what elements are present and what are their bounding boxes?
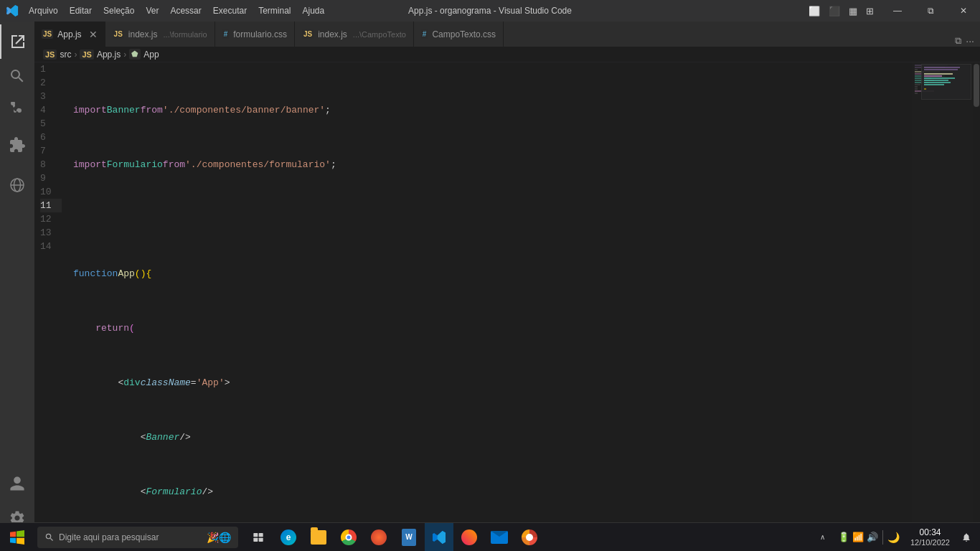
activity-remote[interactable] [0,168,34,202]
ln11: 11 [40,199,62,212]
breadcrumb-app[interactable]: App [143,50,159,60]
notification-button[interactable] [956,523,977,552]
breadcrumb: JS src › JS App.js › ⬟ App [34,47,980,62]
tab-index-campotexto[interactable]: JS index.js ...\CampoTexto [295,22,414,47]
tab-name-index-formulario: index.js [128,29,158,39]
ln4: 4 [40,103,62,117]
tab-close-app-js[interactable]: ✕ [89,29,98,40]
layout-icon-4[interactable]: ⊞ [863,6,877,17]
tab-name-campotexto-css: CampoTexto.css [432,29,496,39]
activity-explorer[interactable] [0,24,34,59]
code-line-3 [73,212,912,226]
system-tray: ∧ 🔋 📶 🔊 🌙 00:34 12/10/2022 [812,523,980,552]
more-tabs-icon[interactable]: ··· [966,35,974,47]
layout-icon-3[interactable]: ▦ [846,6,860,17]
tray-moon[interactable]: 🌙 [883,523,905,552]
titlebar-left: Arquivo Editar Seleção Ver Acessar Execu… [0,4,330,17]
menu-arquivo[interactable]: Arquivo [23,6,64,16]
tab-suffix-2: ...\CampoTexto [353,30,406,39]
app3-icon [461,529,477,545]
tab-js-icon-3: JS [302,29,314,39]
vertical-scrollbar[interactable] [973,62,980,535]
menu-ver[interactable]: Ver [140,6,164,16]
tray-volume-icon[interactable]: 🔊 [867,532,878,542]
menu-terminal[interactable]: Terminal [253,6,296,16]
editor-area: JS App.js ✕ JS index.js ...\formulario #… [34,22,980,535]
line-numbers: 1 2 3 4 5 6 7 8 9 10 11 12 13 14 [34,62,70,535]
taskbar-app4[interactable] [515,523,544,552]
activity-account[interactable] [0,466,34,501]
activity-source-control[interactable] [0,93,34,128]
tabs-bar: JS App.js ✕ JS index.js ...\formulario #… [34,22,980,47]
start-button[interactable] [0,523,34,552]
breadcrumb-appjs[interactable]: App.js [97,50,121,60]
layout-icon-2[interactable]: ⬛ [826,6,843,17]
taskbar-clock[interactable]: 00:34 12/10/2022 [905,523,956,552]
tab-formulario-css[interactable]: # formulario.css [215,22,295,47]
windows-logo-icon [10,530,24,545]
svg-rect-4 [253,537,258,541]
menu-editar[interactable]: Editar [64,6,98,16]
taskbar-edge[interactable]: e [274,523,303,552]
tab-css-icon-1: # [222,29,230,39]
system-tray-expand[interactable]: ∧ [812,523,834,552]
date-text: 12/10/2022 [910,537,950,547]
taskbar-taskview[interactable] [244,523,273,552]
svg-rect-5 [259,537,263,541]
ln10: 10 [40,185,62,199]
taskbar-search-text: Digite aqui para pesquisar [59,532,159,542]
activity-extensions[interactable] [0,128,34,162]
breadcrumb-js-icon: JS [43,50,57,60]
tab-name-app-js: App.js [57,29,81,39]
titlebar-menu: Arquivo Editar Seleção Ver Acessar Execu… [23,6,330,16]
code-editor: 1 2 3 4 5 6 7 8 9 10 11 12 13 14 import … [34,62,980,535]
tab-campotexto-css[interactable]: # CampoTexto.css [414,22,504,47]
tab-css-icon-2: # [421,29,428,39]
breadcrumb-src[interactable]: src [60,50,71,60]
ln13: 13 [40,226,62,240]
ln5: 5 [40,117,62,131]
ln7: 7 [40,144,62,158]
restore-button[interactable]: ⧉ [914,0,947,22]
tab-name-index-campotexto: index.js [318,29,347,39]
tab-name-formulario-css: formulario.css [233,29,287,39]
docs-icon: W [402,529,416,546]
taskbar-search[interactable]: Digite aqui para pesquisar 🎉🌐 [37,527,238,548]
menu-executar[interactable]: Executar [207,6,253,16]
code-content[interactable]: import Banner from './componentes/banner… [70,62,912,535]
tab-js-icon-2: JS [113,29,124,39]
tab-app-js[interactable]: JS App.js ✕ [34,22,105,47]
close-button[interactable]: ✕ [947,0,980,22]
activity-search[interactable] [0,59,34,93]
menu-acessar[interactable]: Acessar [164,6,207,16]
tab-suffix-1: ...\formulario [164,30,207,39]
layout-icon-1[interactable]: ⬜ [806,6,823,17]
expand-icon: ∧ [820,533,825,541]
mail-icon [491,531,508,544]
minimize-button[interactable]: — [881,0,914,22]
app2-icon [371,529,387,545]
split-editor-icon[interactable]: ⧉ [955,35,961,47]
tab-index-formulario[interactable]: JS index.js ...\formulario [105,22,215,47]
code-line-6: <div className='App'> [73,376,912,390]
tray-icon-1[interactable]: 🔋 [838,532,849,542]
menu-selecao[interactable]: Seleção [98,6,140,16]
taskbar-emoji-icons: 🎉🌐 [207,532,231,543]
ln6: 6 [40,131,62,144]
taskbar-vscode[interactable] [425,523,453,552]
taskbar-app2[interactable] [364,523,393,552]
taskbar-fileexplorer[interactable] [304,523,333,552]
window-title: App.js - organograma - Visual Studio Cod… [408,6,572,16]
taskbar-app3[interactable] [455,523,484,552]
menu-ajuda[interactable]: Ajuda [297,6,331,16]
ln3: 3 [40,90,62,103]
taskbar-mail[interactable] [485,523,514,552]
app4-icon [522,529,537,545]
breadcrumb-sep-1: › [74,50,77,60]
tray-icon-2[interactable]: 📶 [852,532,864,542]
taskbar-docs[interactable]: W [395,523,423,552]
chrome-icon [341,529,357,545]
layout-icons: ⬜ ⬛ ▦ ⊞ [806,6,880,17]
breadcrumb-sep-2: › [123,50,126,60]
taskbar-chrome[interactable] [334,523,363,552]
